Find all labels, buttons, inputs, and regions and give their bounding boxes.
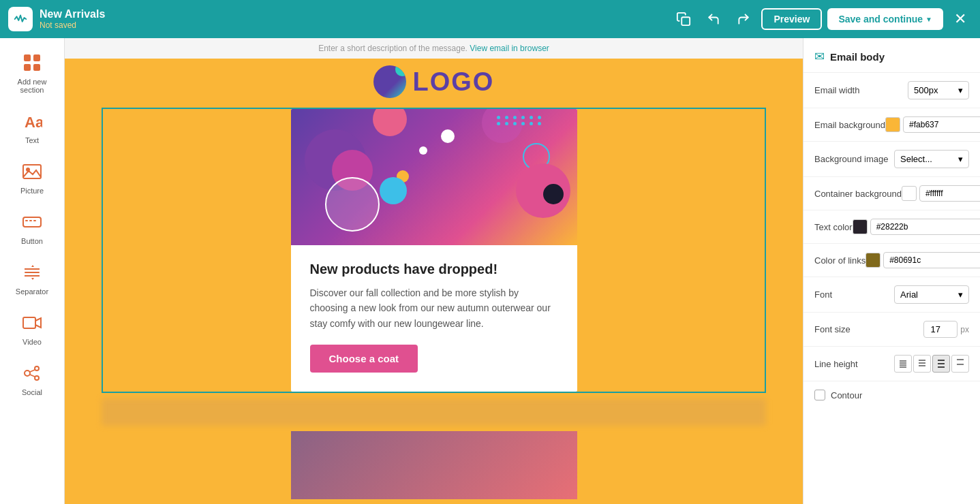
- sidebar-item-separator[interactable]: Separator: [5, 253, 59, 301]
- svg-rect-2: [33, 54, 40, 61]
- app-title: New Arrivals: [40, 7, 664, 20]
- font-label: Font: [814, 289, 832, 300]
- email-section-bottom: [102, 431, 766, 499]
- svg-rect-0: [682, 17, 690, 25]
- preview-button[interactable]: Preview: [761, 8, 822, 30]
- selected-section[interactable]: New products have dropped! Discover our …: [102, 108, 766, 393]
- svg-point-18: [35, 376, 39, 380]
- font-size-input[interactable]: [923, 321, 958, 338]
- email-width-section: Email width 500px ▾: [803, 73, 980, 108]
- svg-point-16: [25, 371, 30, 376]
- container-bg-input[interactable]: [919, 185, 980, 202]
- header-actions: Preview Save and continue ▼ ✕: [671, 7, 972, 31]
- sidebar-item-button[interactable]: Button: [5, 203, 59, 251]
- text-color-control: [853, 219, 980, 235]
- close-button[interactable]: ✕: [949, 7, 972, 31]
- contour-label: Contour: [831, 390, 862, 400]
- svg-rect-10: [29, 220, 32, 221]
- email-body-icon: ✉: [814, 49, 825, 64]
- deco-circle-3: [373, 109, 407, 136]
- email-width-row: Email width 500px ▾: [814, 81, 969, 99]
- font-size-row: Font size px: [814, 321, 969, 338]
- svg-rect-1: [24, 54, 31, 61]
- text-color-swatch[interactable]: [853, 219, 868, 234]
- svg-rect-4: [33, 64, 40, 71]
- links-color-label: Color of links: [814, 255, 866, 266]
- lh-compact-button[interactable]: [894, 355, 912, 373]
- chevron-down-icon: ▾: [958, 85, 963, 95]
- card-body: New products have dropped! Discover our …: [291, 245, 577, 392]
- font-dropdown[interactable]: Arial ▾: [894, 285, 969, 304]
- container-bg-label: Container background: [814, 189, 902, 199]
- save-continue-button[interactable]: Save and continue ▼: [827, 8, 943, 30]
- sidebar: Add new section Aa Text Picture: [0, 38, 65, 504]
- svg-point-17: [35, 366, 39, 371]
- bottom-preview-strip: [291, 431, 577, 499]
- lh-relaxed-button[interactable]: [932, 355, 950, 373]
- bg-image-row: Background image Select... ▾: [814, 150, 969, 168]
- links-color-swatch[interactable]: [866, 253, 881, 268]
- card-text: Discover our fall collection and be more…: [310, 285, 558, 331]
- svg-line-20: [30, 375, 35, 377]
- main-layout: Add new section Aa Text Picture: [0, 38, 980, 504]
- font-size-section: Font size px: [803, 313, 980, 347]
- deco-circle-12: [543, 184, 564, 204]
- sidebar-item-text[interactable]: Aa Text: [5, 102, 59, 150]
- text-color-row: Text color: [814, 219, 969, 235]
- email-footer-blur: [102, 398, 766, 426]
- sidebar-label-video: Video: [22, 338, 42, 346]
- font-size-label: Font size: [814, 324, 851, 334]
- email-bg-label: Email background: [814, 120, 885, 130]
- email-bg-control: [885, 116, 980, 133]
- font-section: Font Arial ▾: [803, 277, 980, 313]
- lh-normal-button[interactable]: [913, 355, 931, 373]
- header: New Arrivals Not saved Preview Save and …: [0, 0, 980, 38]
- email-bg-swatch[interactable]: [885, 117, 900, 132]
- view-in-browser-link[interactable]: View email in browser: [470, 44, 549, 53]
- separator-icon: [20, 260, 44, 285]
- sidebar-item-social[interactable]: Social: [5, 354, 59, 402]
- button-icon: [20, 210, 44, 234]
- undo-button[interactable]: [701, 7, 726, 31]
- container-bg-swatch[interactable]: [902, 186, 917, 201]
- line-height-row: Line height: [814, 355, 969, 373]
- bg-image-select[interactable]: Select... ▾: [894, 150, 969, 168]
- font-row: Font Arial ▾: [814, 285, 969, 304]
- lh-loose-button[interactable]: [951, 355, 969, 373]
- email-bg-input[interactable]: [903, 116, 980, 133]
- email-width-dropdown[interactable]: 500px ▾: [908, 81, 969, 99]
- sidebar-item-picture[interactable]: Picture: [5, 153, 59, 200]
- container-bg-section: Container background: [803, 177, 980, 210]
- sidebar-item-add-section[interactable]: Add new section: [5, 44, 59, 99]
- px-label: px: [960, 325, 969, 334]
- panel-header: ✉ Email body: [803, 38, 980, 73]
- sidebar-label-add-section: Add new section: [7, 78, 57, 94]
- links-color-row: Color of links: [814, 252, 969, 268]
- bg-image-section: Background image Select... ▾: [803, 142, 980, 177]
- text-color-section: Text color: [803, 210, 980, 244]
- svg-rect-9: [25, 220, 28, 221]
- svg-rect-11: [33, 220, 36, 221]
- line-height-controls: [894, 355, 969, 373]
- save-arrow: ▼: [925, 16, 932, 23]
- grid-icon: [20, 50, 44, 75]
- redo-button[interactable]: [731, 7, 756, 31]
- text-color-input[interactable]: [870, 219, 980, 235]
- svg-text:Aa: Aa: [25, 114, 42, 131]
- sidebar-item-video[interactable]: Video: [5, 304, 59, 351]
- title-block: New Arrivals Not saved: [40, 7, 664, 31]
- sidebar-label-text: Text: [25, 136, 39, 144]
- choose-coat-button[interactable]: Choose a coat: [310, 345, 418, 373]
- container-bg-control: [902, 185, 980, 202]
- container-bg-row: Container background: [814, 185, 969, 202]
- canvas: Enter a short description of the message…: [65, 38, 803, 504]
- social-icon: [20, 361, 44, 385]
- copy-icon-button[interactable]: [671, 7, 696, 31]
- bg-image-chevron-icon: ▾: [958, 154, 963, 164]
- logo-text: LOGO: [413, 67, 495, 97]
- card-title: New products have dropped!: [310, 262, 558, 277]
- contour-row: Contour: [803, 381, 980, 409]
- contour-checkbox[interactable]: [814, 390, 825, 400]
- sidebar-label-social: Social: [22, 388, 42, 396]
- links-color-input[interactable]: [883, 252, 980, 268]
